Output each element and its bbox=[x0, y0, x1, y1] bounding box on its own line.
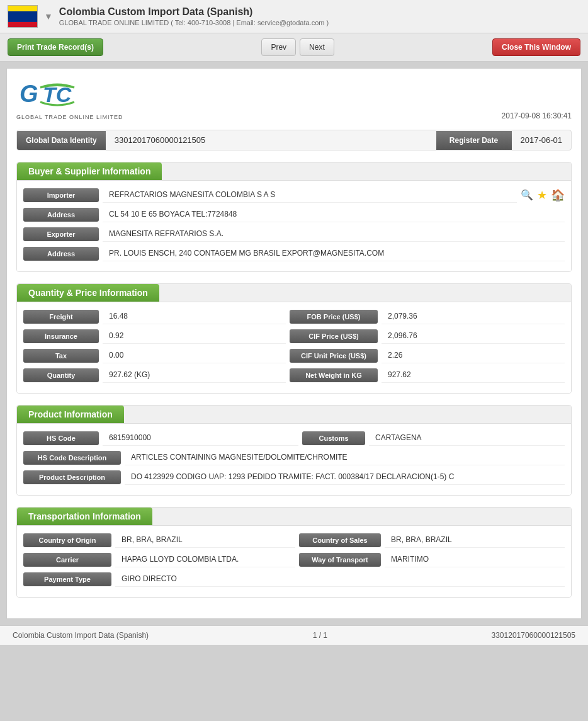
insurance-cif-row: Insurance 0.92 CIF Price (US$) 2,096.76 bbox=[23, 328, 565, 344]
buyer-supplier-title: Buyer & Supplier Information bbox=[17, 162, 162, 180]
register-date-label: Register Date bbox=[436, 131, 512, 150]
buyer-supplier-header-row: Buyer & Supplier Information bbox=[17, 162, 571, 181]
quantity-price-title: Quantity & Price Information bbox=[17, 284, 159, 302]
way-of-transport-value: MARITIMO bbox=[385, 552, 565, 567]
cif-price-label: CIF Price (US$) bbox=[290, 329, 378, 343]
country-origin-value: BR, BRA, BRAZIL bbox=[115, 532, 295, 548]
exporter-value: MAGNESITA REFRATARIOS S.A. bbox=[103, 226, 565, 242]
net-weight-label: Net Weight in KG bbox=[290, 368, 378, 382]
quantity-value: 927.62 (KG) bbox=[103, 367, 286, 383]
hs-code-value: 6815910000 bbox=[103, 430, 298, 446]
main-content: G TC GLOBAL TRADE ONLINE LIMITED 2017-09… bbox=[6, 68, 582, 619]
home-icon[interactable]: 🏠 bbox=[551, 188, 565, 202]
next-button[interactable]: Next bbox=[300, 38, 334, 56]
toolbar-left: Print Trade Record(s) bbox=[8, 38, 103, 56]
footer-title: Colombia Custom Import Data (Spanish) bbox=[13, 631, 149, 640]
logo-svg: G TC bbox=[16, 78, 123, 113]
insurance-value: 0.92 bbox=[103, 328, 286, 344]
hs-code-desc-label: HS Code Description bbox=[23, 451, 121, 465]
global-data-identity-label: Global Data Identity bbox=[17, 131, 106, 150]
logo-row: G TC GLOBAL TRADE ONLINE LIMITED 2017-09… bbox=[16, 78, 572, 120]
product-desc-value: DO 4123929 CODIGO UAP: 1293 PEDIDO TRAMI… bbox=[125, 469, 565, 485]
tax-value: 0.00 bbox=[103, 348, 286, 363]
flag-dropdown[interactable]: ▼ bbox=[44, 11, 53, 21]
buyer-supplier-section: Buyer & Supplier Information Importer RE… bbox=[16, 162, 572, 272]
transportation-title: Transportation Information bbox=[17, 508, 152, 525]
fob-price-label: FOB Price (US$) bbox=[290, 310, 378, 324]
freight-fob-row: Freight 16.48 FOB Price (US$) 2,079.36 bbox=[23, 309, 565, 324]
product-section: Product Information HS Code 6815910000 C… bbox=[16, 405, 572, 496]
tax-cifunit-row: Tax 0.00 CIF Unit Price (US$) 2.26 bbox=[23, 348, 565, 363]
way-of-transport-label: Way of Transport bbox=[299, 553, 381, 567]
carrier-label: Carrier bbox=[23, 553, 111, 567]
importer-address-row: Address CL 54 10 E 65 BOYACA TEL:7724848 bbox=[23, 207, 565, 222]
header-title-block: Colombia Custom Import Data (Spanish) GL… bbox=[59, 6, 580, 26]
carrier-transport-row: Carrier HAPAG LLOYD COLOMBIA LTDA. Way o… bbox=[23, 552, 565, 567]
insurance-label: Insurance bbox=[23, 329, 99, 343]
exporter-address-row: Address PR. LOUIS ENSCH, 240 CONTAGEM MG… bbox=[23, 246, 565, 261]
nav-buttons: Prev Next bbox=[261, 38, 334, 56]
freight-label: Freight bbox=[23, 310, 99, 324]
cif-price-value: 2,096.76 bbox=[382, 328, 565, 344]
toolbar: Print Trade Record(s) Prev Next Close Th… bbox=[0, 33, 588, 62]
payment-type-label: Payment Type bbox=[23, 572, 111, 586]
payment-type-value: GIRO DIRECTO bbox=[115, 571, 565, 587]
star-icon[interactable]: ★ bbox=[537, 188, 547, 202]
page-footer: Colombia Custom Import Data (Spanish) 1 … bbox=[0, 625, 588, 645]
register-date-value: 2017-06-01 bbox=[512, 130, 572, 150]
global-data-identity-value: 33012017060000121505 bbox=[106, 130, 436, 150]
logo: G TC GLOBAL TRADE ONLINE LIMITED bbox=[16, 78, 123, 120]
company-info: GLOBAL TRADE ONLINE LIMITED ( Tel: 400-7… bbox=[59, 19, 580, 26]
identity-row: Global Data Identity 3301201706000012150… bbox=[16, 130, 572, 150]
footer-record-id: 33012017060000121505 bbox=[492, 631, 575, 640]
buyer-supplier-body: Importer REFRACTARIOS MAGNESITA COLOMBIA… bbox=[17, 181, 571, 271]
hs-code-desc-row: HS Code Description ARTICLES CONTAINING … bbox=[23, 450, 565, 465]
tax-label: Tax bbox=[23, 349, 99, 363]
exporter-row: Exporter MAGNESITA REFRATARIOS S.A. bbox=[23, 226, 565, 242]
product-desc-label: Product Description bbox=[23, 470, 121, 484]
close-button[interactable]: Close This Window bbox=[492, 38, 580, 56]
cif-unit-price-value: 2.26 bbox=[382, 348, 565, 363]
importer-label: Importer bbox=[23, 188, 99, 202]
search-icon[interactable]: 🔍 bbox=[521, 189, 533, 201]
exporter-address-value: PR. LOUIS ENSCH, 240 CONTAGEM MG BRASIL … bbox=[103, 246, 565, 261]
cif-unit-price-label: CIF Unit Price (US$) bbox=[290, 349, 378, 363]
fob-price-value: 2,079.36 bbox=[382, 309, 565, 324]
logo-image: G TC bbox=[16, 78, 98, 113]
country-origin-label: Country of Origin bbox=[23, 533, 111, 547]
colombia-flag bbox=[8, 5, 38, 28]
country-origin-sales-row: Country of Origin BR, BRA, BRAZIL Countr… bbox=[23, 532, 565, 548]
hs-code-label: HS Code bbox=[23, 431, 99, 445]
footer-page: 1 / 1 bbox=[313, 631, 327, 640]
quantity-price-body: Freight 16.48 FOB Price (US$) 2,079.36 I… bbox=[17, 302, 571, 393]
top-header: ▼ Colombia Custom Import Data (Spanish) … bbox=[0, 0, 588, 33]
quantity-price-header-row: Quantity & Price Information bbox=[17, 284, 571, 302]
record-timestamp: 2017-09-08 16:30:41 bbox=[502, 111, 572, 120]
logo-subtitle: GLOBAL TRADE ONLINE LIMITED bbox=[16, 114, 123, 120]
importer-address-value: CL 54 10 E 65 BOYACA TEL:7724848 bbox=[103, 207, 565, 222]
customs-value: CARTAGENA bbox=[369, 430, 565, 446]
product-body: HS Code 6815910000 Customs CARTAGENA HS … bbox=[17, 424, 571, 495]
transportation-body: Country of Origin BR, BRA, BRAZIL Countr… bbox=[17, 526, 571, 597]
customs-label: Customs bbox=[302, 431, 365, 445]
net-weight-value: 927.62 bbox=[382, 367, 565, 383]
importer-row: Importer REFRACTARIOS MAGNESITA COLOMBIA… bbox=[23, 187, 565, 203]
quantity-price-section: Quantity & Price Information Freight 16.… bbox=[16, 283, 572, 394]
payment-type-row: Payment Type GIRO DIRECTO bbox=[23, 571, 565, 587]
country-sales-value: BR, BRA, BRAZIL bbox=[385, 532, 565, 548]
importer-value: REFRACTARIOS MAGNESITA COLOMBIA S A S bbox=[103, 187, 517, 203]
carrier-value: HAPAG LLOYD COLOMBIA LTDA. bbox=[115, 552, 295, 567]
prev-button[interactable]: Prev bbox=[261, 38, 296, 56]
country-sales-label: Country of Sales bbox=[299, 533, 381, 547]
freight-value: 16.48 bbox=[103, 309, 286, 324]
quantity-netweight-row: Quantity 927.62 (KG) Net Weight in KG 92… bbox=[23, 367, 565, 383]
transportation-header-row: Transportation Information bbox=[17, 508, 571, 526]
page-title: Colombia Custom Import Data (Spanish) bbox=[59, 6, 580, 18]
toolbar-right: Close This Window bbox=[492, 38, 580, 56]
product-desc-row: Product Description DO 4123929 CODIGO UA… bbox=[23, 469, 565, 485]
exporter-address-label: Address bbox=[23, 247, 99, 261]
transportation-section: Transportation Information Country of Or… bbox=[16, 507, 572, 598]
product-header-row: Product Information bbox=[17, 406, 571, 424]
print-button[interactable]: Print Trade Record(s) bbox=[8, 38, 103, 56]
product-title: Product Information bbox=[17, 406, 124, 423]
